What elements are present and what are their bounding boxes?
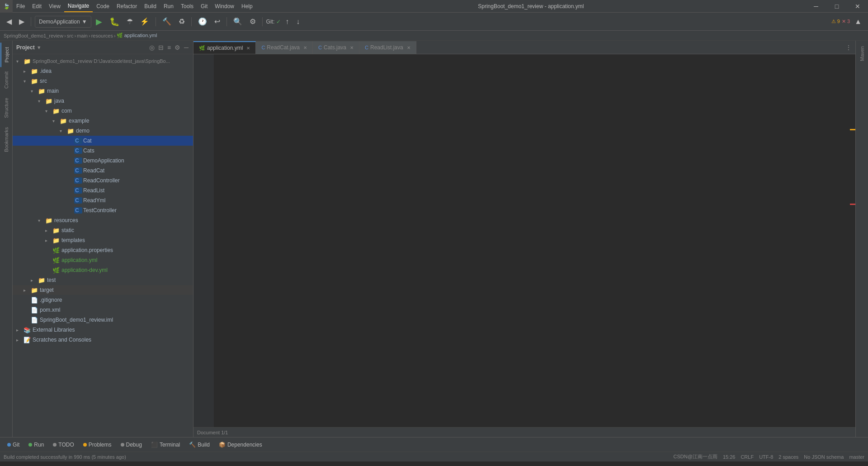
tree-item-demo[interactable]: ▾📁demo bbox=[13, 126, 193, 136]
tree-item-external-libraries[interactable]: ▸📚External Libraries bbox=[13, 325, 193, 335]
tree-item-templates[interactable]: ▸📁templates bbox=[13, 235, 193, 245]
bc-main[interactable]: main bbox=[77, 33, 88, 38]
tree-item-resources[interactable]: ▾📁resources bbox=[13, 215, 193, 225]
problems-panel-button[interactable]: Problems bbox=[80, 439, 115, 450]
tree-item-pom.xml[interactable]: 📄pom.xml bbox=[13, 305, 193, 315]
bc-resources[interactable]: resources bbox=[91, 33, 113, 38]
close-button[interactable]: ✕ bbox=[847, 0, 868, 13]
tab-application-yml[interactable]: 🌿 application.yml ✕ bbox=[193, 41, 256, 54]
tree-item-readyml[interactable]: CReadYml bbox=[13, 195, 193, 205]
bc-file[interactable]: 🌿 application.yml bbox=[117, 33, 157, 38]
history-button[interactable]: 🕐 bbox=[195, 15, 210, 28]
tree-item-testcontroller[interactable]: CTestController bbox=[13, 205, 193, 215]
menu-git[interactable]: Git bbox=[197, 0, 211, 12]
sidebar-minimize[interactable]: ─ bbox=[183, 43, 189, 52]
git-panel-button[interactable]: Git bbox=[4, 439, 23, 450]
tree-item-demoapplication[interactable]: CDemoApplication bbox=[13, 156, 193, 166]
menu-file[interactable]: File bbox=[13, 0, 28, 12]
tab-readcat-java[interactable]: C ReadCat.java ✕ bbox=[256, 41, 313, 54]
build-button[interactable]: 🔨 bbox=[160, 15, 174, 28]
rebuild-button[interactable]: ♻ bbox=[176, 15, 188, 28]
git-push-button[interactable]: ↑ bbox=[283, 15, 292, 28]
terminal-button[interactable]: ⬛ Terminal bbox=[147, 439, 184, 450]
tree-item-springboot_demo1_review[interactable]: ▾📁SpringBoot_demo1_review D:\Java\code\t… bbox=[13, 56, 193, 66]
tree-item-readlist[interactable]: CReadList bbox=[13, 185, 193, 195]
more-tabs-button[interactable]: ⋮ bbox=[842, 41, 855, 54]
code-editor[interactable] bbox=[193, 54, 855, 427]
tree-item-scratches-and-consoles[interactable]: ▸📝Scratches and Consoles bbox=[13, 335, 193, 345]
tree-item-readcat[interactable]: CReadCat bbox=[13, 166, 193, 176]
tree-item-readcontroller[interactable]: CReadController bbox=[13, 176, 193, 185]
close-tab-readcat[interactable]: ✕ bbox=[303, 45, 307, 50]
profile-button[interactable]: ⚡ bbox=[137, 15, 152, 28]
status-line-ending[interactable]: CRLF bbox=[741, 454, 754, 460]
menu-window[interactable]: Window bbox=[211, 0, 238, 12]
menu-tools[interactable]: Tools bbox=[177, 0, 197, 12]
menu-build[interactable]: Build bbox=[141, 0, 160, 12]
revert-button[interactable]: ↩ bbox=[212, 15, 223, 28]
search-button[interactable]: 🔍 bbox=[231, 15, 245, 28]
debug-panel-button[interactable]: Debug bbox=[117, 439, 146, 450]
tree-item-.idea[interactable]: ▸📁.idea bbox=[13, 66, 193, 76]
bc-src[interactable]: src bbox=[67, 33, 74, 38]
close-tab-cats[interactable]: ✕ bbox=[350, 45, 354, 50]
menu-code[interactable]: Code bbox=[93, 0, 113, 12]
menu-refactor[interactable]: Refactor bbox=[113, 0, 141, 12]
run-panel-button[interactable]: Run bbox=[25, 439, 47, 450]
tree-item-application-dev.yml[interactable]: 🌿application-dev.yml bbox=[13, 265, 193, 275]
menu-help[interactable]: Help bbox=[238, 0, 256, 12]
tab-readlist-java[interactable]: C ReadList.java ✕ bbox=[359, 41, 416, 54]
tree-item-target[interactable]: ▸📁target bbox=[13, 285, 193, 295]
errors-count[interactable]: ✕ 3 bbox=[842, 19, 850, 24]
tree-item-main[interactable]: ▾📁main bbox=[13, 86, 193, 96]
tree-item-application.properties[interactable]: 🌿application.properties bbox=[13, 245, 193, 255]
coverage-button[interactable]: ☂ bbox=[124, 15, 136, 28]
status-time[interactable]: 15:26 bbox=[723, 454, 736, 460]
expand-all-button[interactable]: ≡ bbox=[166, 43, 172, 52]
locate-file-button[interactable]: ◎ bbox=[148, 43, 156, 52]
close-tab-readlist[interactable]: ✕ bbox=[407, 45, 410, 50]
back-button[interactable]: ◀ bbox=[4, 15, 14, 28]
build-panel-button[interactable]: 🔨 Build bbox=[185, 439, 213, 450]
tree-item-cat[interactable]: CCat bbox=[13, 136, 193, 146]
tree-item-src[interactable]: ▾📁src bbox=[13, 76, 193, 86]
settings-button[interactable]: ⚙ bbox=[247, 15, 259, 28]
tree-item-example[interactable]: ▾📁example bbox=[13, 116, 193, 126]
run-config-selector[interactable]: DemoApplication ▼ bbox=[35, 16, 91, 28]
menu-navigate[interactable]: Navigate bbox=[64, 0, 93, 12]
close-tab-application-yml[interactable]: ✕ bbox=[246, 46, 250, 51]
bc-project[interactable]: SpringBoot_demo1_review bbox=[4, 33, 63, 38]
minimize-button[interactable]: ─ bbox=[806, 0, 826, 13]
sidebar-settings[interactable]: ⚙ bbox=[174, 43, 181, 52]
collapse-all-button[interactable]: ⊟ bbox=[157, 43, 165, 52]
debug-button[interactable]: 🐛 bbox=[107, 15, 122, 28]
menu-run[interactable]: Run bbox=[160, 0, 177, 12]
code-content[interactable] bbox=[214, 54, 850, 427]
dependencies-button[interactable]: 📦 Dependencies bbox=[215, 439, 266, 450]
todo-panel-button[interactable]: TODO bbox=[49, 439, 77, 450]
tab-maven[interactable]: Maven bbox=[857, 41, 868, 67]
tree-item-java[interactable]: ▾📁java bbox=[13, 96, 193, 106]
tab-project[interactable]: Project bbox=[0, 43, 12, 67]
forward-button[interactable]: ▶ bbox=[16, 15, 27, 28]
menu-view[interactable]: View bbox=[45, 0, 64, 12]
tree-item-com[interactable]: ▾📁com bbox=[13, 106, 193, 116]
tree-item-cats[interactable]: CCats bbox=[13, 146, 193, 156]
tab-commit[interactable]: Commit bbox=[1, 67, 12, 93]
maximize-button[interactable]: □ bbox=[826, 0, 847, 13]
warnings-count[interactable]: ⚠ 9 bbox=[831, 19, 840, 24]
tab-bookmarks[interactable]: Bookmarks bbox=[1, 123, 12, 157]
tree-item-springboot_demo1_review.iml[interactable]: 📄SpringBoot_demo1_review.iml bbox=[13, 315, 193, 325]
tree-item-.gitignore[interactable]: 📄.gitignore bbox=[13, 295, 193, 305]
tree-item-test[interactable]: ▸📁test bbox=[13, 275, 193, 285]
status-encoding[interactable]: UTF-8 bbox=[759, 454, 773, 460]
tree-item-application.yml[interactable]: 🌿application.yml bbox=[13, 255, 193, 265]
status-schema[interactable]: No JSON schema bbox=[804, 454, 844, 460]
menu-edit[interactable]: Edit bbox=[28, 0, 45, 12]
tab-structure[interactable]: Structure bbox=[1, 93, 12, 123]
status-indent[interactable]: 2 spaces bbox=[778, 454, 798, 460]
tab-cats-java[interactable]: C Cats.java ✕ bbox=[313, 41, 359, 54]
sidebar-dropdown[interactable]: ▼ bbox=[37, 45, 42, 50]
tree-item-static[interactable]: ▸📁static bbox=[13, 225, 193, 235]
git-pull-button[interactable]: ↓ bbox=[293, 15, 302, 28]
